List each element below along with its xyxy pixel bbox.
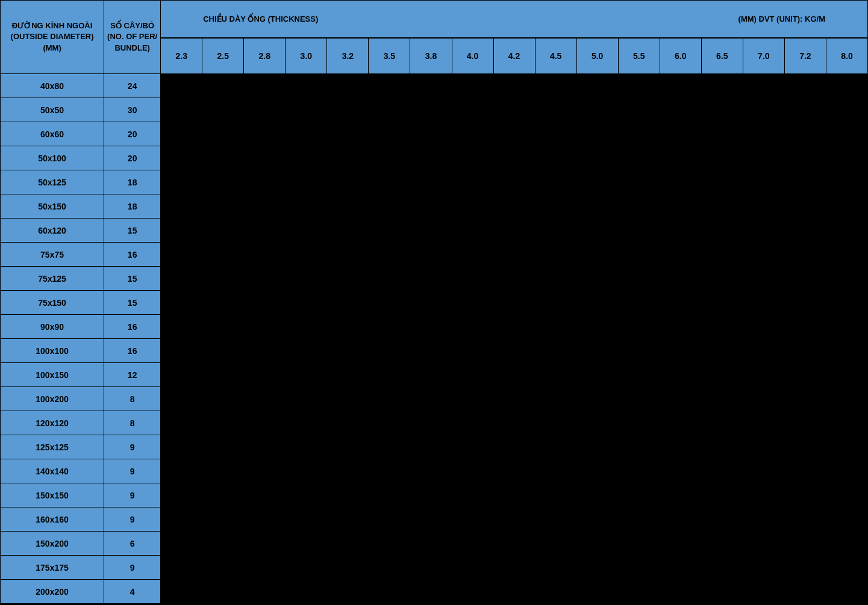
cell-od: 50x125: [1, 170, 104, 194]
header-unit: (MM) ĐVT (UNIT): KG/M: [738, 14, 867, 23]
header-thickness-6.0: 6.0: [660, 38, 701, 74]
cell-data-empty: [161, 170, 868, 194]
cell-data-empty: [161, 507, 868, 532]
cell-data-empty: [161, 435, 868, 459]
table-row: 50x12518: [1, 170, 868, 194]
cell-od: 60x60: [1, 122, 104, 146]
cell-data-empty: [161, 267, 868, 291]
table-row: 150x1509: [1, 483, 868, 507]
cell-data-empty: [161, 556, 868, 580]
cell-data-empty: [161, 98, 868, 122]
cell-data-empty: [161, 122, 868, 146]
cell-data-empty: [161, 459, 868, 483]
cell-bundle: 9: [104, 507, 161, 532]
cell-od: 100x100: [1, 339, 104, 363]
table-row: 90x9016: [1, 315, 868, 339]
cell-data-empty: [161, 387, 868, 411]
cell-od: 150x150: [1, 483, 104, 507]
cell-data-empty: [161, 243, 868, 267]
header-thickness-4.2: 4.2: [493, 38, 535, 74]
cell-data-empty: [161, 411, 868, 435]
cell-bundle: 8: [104, 387, 161, 411]
table-row: 160x1609: [1, 507, 868, 532]
table-row: 75x7516: [1, 243, 868, 267]
cell-od: 200x200: [1, 580, 104, 604]
cell-od: 75x150: [1, 291, 104, 315]
table-row: 100x2008: [1, 387, 868, 411]
cell-bundle: 9: [104, 435, 161, 459]
cell-od: 60x120: [1, 219, 104, 243]
cell-bundle: 6: [104, 532, 161, 556]
cell-od: 125x125: [1, 435, 104, 459]
cell-data-empty: [161, 219, 868, 243]
cell-od: 50x150: [1, 194, 104, 219]
cell-bundle: 9: [104, 556, 161, 580]
cell-bundle: 16: [104, 315, 161, 339]
cell-data-empty: [161, 146, 868, 170]
table-row: 60x12015: [1, 219, 868, 243]
header-thickness-3.2: 3.2: [327, 38, 369, 74]
cell-data-empty: [161, 339, 868, 363]
cell-bundle: 9: [104, 483, 161, 507]
table-row: 60x6020: [1, 122, 868, 146]
header-thickness-2.3: 2.3: [161, 38, 202, 74]
table-row: 100x15012: [1, 363, 868, 387]
cell-bundle: 18: [104, 194, 161, 219]
header-thickness-2.5: 2.5: [202, 38, 244, 74]
header-outside-diameter: ĐƯỜNG KÍNH NGOÀI (OUTSIDE DIAMETER) (MM): [1, 1, 104, 74]
table-row: 75x12515: [1, 267, 868, 291]
cell-bundle: 8: [104, 411, 161, 435]
cell-data-empty: [161, 194, 868, 219]
header-thickness-4.5: 4.5: [535, 38, 576, 74]
cell-od: 150x200: [1, 532, 104, 556]
cell-od: 160x160: [1, 507, 104, 532]
cell-od: 100x200: [1, 387, 104, 411]
cell-bundle: 15: [104, 219, 161, 243]
cell-data-empty: [161, 483, 868, 507]
cell-bundle: 9: [104, 459, 161, 483]
table-row: 40x8024: [1, 74, 868, 98]
table-row: 140x1409: [1, 459, 868, 483]
cell-data-empty: [161, 580, 868, 604]
cell-bundle: 20: [104, 146, 161, 170]
table-row: 120x1208: [1, 411, 868, 435]
cell-data-empty: [161, 291, 868, 315]
header-thickness-3.8: 3.8: [410, 38, 452, 74]
cell-od: 75x75: [1, 243, 104, 267]
header-thickness-6.5: 6.5: [701, 38, 743, 74]
cell-od: 120x120: [1, 411, 104, 435]
cell-bundle: 4: [104, 580, 161, 604]
cell-od: 50x50: [1, 98, 104, 122]
cell-data-empty: [161, 74, 868, 98]
cell-bundle: 16: [104, 243, 161, 267]
cell-bundle: 20: [104, 122, 161, 146]
cell-bundle: 18: [104, 170, 161, 194]
cell-data-empty: [161, 532, 868, 556]
cell-od: 90x90: [1, 315, 104, 339]
table-row: 75x15015: [1, 291, 868, 315]
cell-bundle: 24: [104, 74, 161, 98]
header-thickness-8.0: 8.0: [826, 38, 867, 74]
cell-data-empty: [161, 315, 868, 339]
header-thickness-group: CHIỀU DÀY ỐNG (THICKNESS) (MM) ĐVT (UNIT…: [161, 1, 868, 38]
table-row: 50x10020: [1, 146, 868, 170]
header-thickness-5.5: 5.5: [618, 38, 660, 74]
cell-bundle: 15: [104, 267, 161, 291]
table-row: 150x2006: [1, 532, 868, 556]
cell-od: 75x125: [1, 267, 104, 291]
table-row: 100x10016: [1, 339, 868, 363]
header-thickness-3.5: 3.5: [369, 38, 410, 74]
header-thickness-7.0: 7.0: [743, 38, 784, 74]
cell-bundle: 12: [104, 363, 161, 387]
cell-bundle: 15: [104, 291, 161, 315]
spec-table: ĐƯỜNG KÍNH NGOÀI (OUTSIDE DIAMETER) (MM)…: [0, 0, 868, 604]
table-row: 50x5030: [1, 98, 868, 122]
table-row: 125x1259: [1, 435, 868, 459]
cell-bundle: 16: [104, 339, 161, 363]
cell-od: 50x100: [1, 146, 104, 170]
header-thickness-3.0: 3.0: [286, 38, 327, 74]
cell-bundle: 30: [104, 98, 161, 122]
table-row: 50x15018: [1, 194, 868, 219]
table-row: 175x1759: [1, 556, 868, 580]
table-row: 200x2004: [1, 580, 868, 604]
